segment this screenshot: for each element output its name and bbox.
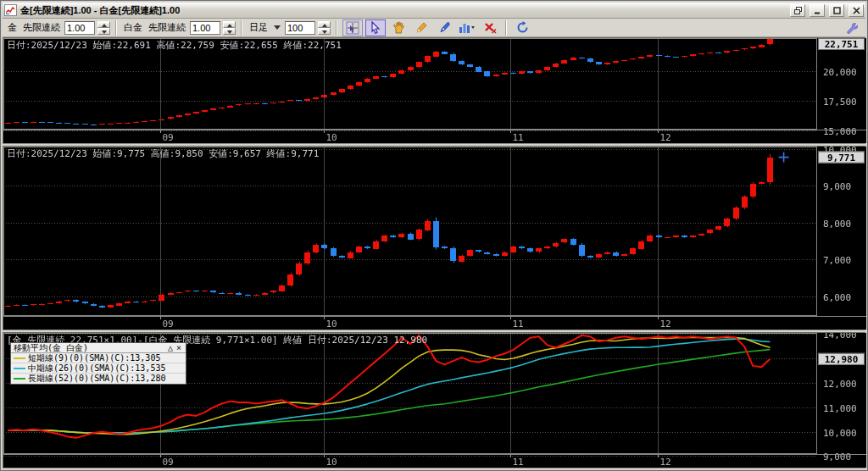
chart-panels: 日付:2025/12/23 始値:22,691 高値:22,759 安値:22,…	[3, 37, 865, 468]
moving-average-legend: 移動平均(金 白金) △ × 短期線(9)(0)(SMA)(C):13,305中…	[10, 342, 186, 385]
legend-line-swatch	[14, 368, 25, 369]
toolbar-separator	[115, 20, 117, 36]
platinum-candlestick-chart[interactable]	[3, 147, 866, 330]
symbol1-name-label: 金	[6, 21, 19, 34]
spin-down-icon[interactable]	[97, 28, 110, 35]
spin-up-icon[interactable]	[97, 21, 110, 28]
platinum-ohlc-info: 日付:2025/12/23 始値:9,775 高値:9,850 安値:9,657…	[7, 147, 319, 160]
pan-hand-tool-button[interactable]	[388, 19, 409, 36]
legend-line-swatch	[14, 357, 25, 359]
toolbar-separator	[336, 20, 337, 36]
spin-up-icon[interactable]	[318, 21, 331, 28]
float-window-button[interactable]	[790, 4, 805, 17]
chart-crosshair-icon	[346, 21, 359, 35]
toolbar-separator	[241, 20, 242, 36]
gold-candlestick-chart[interactable]	[3, 38, 866, 143]
legend-row-text: 長期線(52)(0)(SMA)(C):13,280	[28, 373, 165, 385]
refresh-tool-button[interactable]	[512, 19, 532, 36]
gold-ohlc-info: 日付:2025/12/23 始値:22,691 高値:22,759 安値:22,…	[7, 39, 342, 52]
pen-draw-tool-button[interactable]	[434, 19, 454, 36]
spin-down-icon[interactable]	[223, 28, 236, 35]
close-button[interactable]	[849, 4, 864, 17]
symbol1-series-label: 先限連続	[21, 21, 62, 34]
app-chart-icon	[4, 4, 17, 16]
legend-close-button[interactable]: ×	[175, 343, 183, 352]
app-window: 金[先限連続]1.00 - 白金[先限連続]1.00 金 先限連続 白金 先限連…	[0, 0, 868, 471]
legend-line-swatch	[14, 378, 25, 380]
wrench-icon	[846, 22, 858, 34]
delete-drawings-tool-button[interactable]	[480, 19, 500, 36]
titlebar: 金[先限連続]1.00 - 白金[先限連続]1.00	[3, 3, 865, 19]
delete-x-icon	[484, 21, 497, 34]
symbol1-multiplier-spinner[interactable]	[97, 21, 110, 35]
bar-count-spinner[interactable]	[318, 21, 331, 35]
minimize-button[interactable]	[810, 4, 825, 17]
maximize-button[interactable]	[829, 4, 844, 17]
window-title: 金[先限連続]1.00 - 白金[先限連続]1.00	[20, 4, 180, 17]
settings-wrench-button[interactable]	[842, 19, 862, 36]
symbol2-multiplier-spinner[interactable]	[223, 21, 236, 35]
refresh-icon	[516, 21, 529, 34]
select-cursor-tool-button[interactable]	[365, 19, 386, 36]
platinum-chart-pane: 日付:2025/12/23 始値:9,775 高値:9,850 安値:9,657…	[3, 146, 865, 330]
toolbar-separator	[505, 20, 507, 36]
spin-up-icon[interactable]	[223, 21, 236, 28]
bar-count-input[interactable]	[285, 21, 315, 35]
pencil-icon	[415, 21, 428, 34]
legend-row: 長期線(52)(0)(SMA)(C):13,280	[11, 374, 186, 384]
pen-nib-icon	[438, 21, 451, 34]
hand-icon	[392, 21, 405, 34]
cursor-arrow-icon	[370, 21, 381, 34]
toolbar: 金 先限連続 白金 先限連続 日足	[3, 19, 865, 37]
chevron-down-icon[interactable]	[274, 25, 281, 30]
chart-type-tool-button[interactable]	[457, 19, 477, 36]
spin-down-icon[interactable]	[318, 28, 331, 35]
symbol2-name-label: 白金	[122, 21, 144, 34]
symbol2-multiplier-input[interactable]	[190, 21, 220, 35]
gold-chart-pane: 日付:2025/12/23 始値:22,691 高値:22,759 安値:22,…	[3, 37, 865, 144]
symbol1-multiplier-input[interactable]	[64, 21, 95, 35]
period-dropdown[interactable]: 日足	[248, 21, 270, 34]
spread-chart-pane: [金 先限連続 22,751×1.00]-[白金 先限連続 9,771×1.00…	[3, 332, 865, 468]
bar-chart-icon	[459, 21, 476, 34]
pencil-draw-tool-button[interactable]	[411, 19, 431, 36]
chart-crosshair-tool-button[interactable]	[342, 19, 363, 36]
symbol2-series-label: 先限連続	[147, 21, 187, 34]
legend-collapse-button[interactable]: △	[166, 343, 175, 352]
